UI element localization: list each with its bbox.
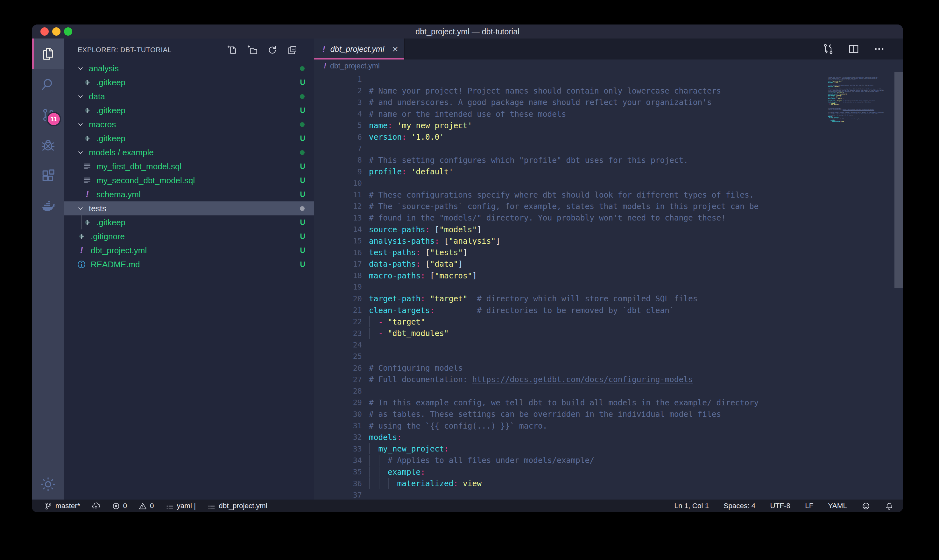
- status-item-ln-1-col-1[interactable]: Ln 1, Col 1: [674, 502, 709, 510]
- activity-docker[interactable]: [32, 191, 64, 222]
- tree-item-gitkeep[interactable]: .gitkeepU: [64, 131, 314, 145]
- indent-guide: [379, 466, 379, 478]
- traffic-lights: [40, 28, 72, 35]
- line-number: 37: [314, 491, 362, 500]
- breadcrumb[interactable]: ! dbt_project.yml: [314, 60, 903, 72]
- line-content: # Name your project! Project names shoul…: [369, 86, 721, 95]
- activity-settings-gear[interactable]: [32, 469, 64, 500]
- line-number: 30: [314, 410, 362, 419]
- split-editor-icon[interactable]: [848, 43, 860, 55]
- activity-files[interactable]: [32, 38, 64, 69]
- code-line-34: 34 # Applies to all files under models/e…: [314, 455, 824, 466]
- code-line-24: 24: [314, 339, 824, 351]
- line-number: 1: [314, 75, 362, 84]
- status-item-label: 0: [150, 502, 154, 510]
- scrollbar-thumb[interactable]: [894, 72, 903, 288]
- status-item-lf[interactable]: LF: [805, 502, 813, 510]
- indent-guide: [369, 328, 370, 339]
- tree-item-readme-md[interactable]: README.mdU: [64, 257, 314, 271]
- title-bar[interactable]: dbt_project.yml — dbt-tutorial: [32, 25, 903, 38]
- new-folder-icon[interactable]: [247, 45, 257, 55]
- tree-item-my-first-dbt-model-sql[interactable]: my_first_dbt_model.sqlU: [64, 159, 314, 174]
- indent-guide: [369, 316, 370, 328]
- status-item-label: master*: [55, 502, 80, 510]
- line-content: # name or the intended use of these mode…: [369, 109, 566, 119]
- line-content: clean-targets: # directories to be remov…: [369, 306, 674, 315]
- activity-debug[interactable]: [32, 130, 64, 161]
- line-number: 14: [314, 225, 362, 234]
- tree-item-gitkeep[interactable]: .gitkeepU: [64, 215, 314, 229]
- status-item-spaces-4[interactable]: Spaces: 4: [723, 502, 755, 510]
- tree-item-dbt-project-yml[interactable]: !dbt_project.ymlU: [64, 243, 314, 257]
- line-content: # In this example config, we tell dbt to…: [369, 398, 759, 407]
- minimize-window-button[interactable]: [52, 28, 60, 35]
- status-item-errors[interactable]: 0: [112, 502, 127, 510]
- tree-item-gitkeep[interactable]: .gitkeepU: [64, 75, 314, 89]
- git-status-dot: [300, 94, 305, 99]
- line-content: data-paths: ["data"]: [369, 259, 463, 269]
- status-item-sync[interactable]: [92, 502, 100, 510]
- line-content: # using the `{{ config(...) }}` macro.: [369, 421, 548, 431]
- status-item-label: LF: [805, 502, 813, 510]
- line-number: 15: [314, 236, 362, 245]
- refresh-icon[interactable]: [267, 45, 277, 55]
- status-item-notifications-bell[interactable]: [885, 502, 893, 510]
- code-line-21: 21clean-targets: # directories to be rem…: [314, 305, 824, 316]
- minimap-line: [828, 122, 892, 123]
- status-item-yaml[interactable]: YAML: [828, 502, 847, 510]
- code-line-17: 17data-paths: ["data"]: [314, 258, 824, 270]
- chevron-down-icon: [76, 120, 85, 129]
- editor-group: ! dbt_project.yml × ! dbt_project.yml 12…: [314, 38, 903, 500]
- tree-item-label: analysis: [89, 64, 119, 74]
- tree-item-tests[interactable]: tests: [64, 202, 314, 215]
- code-editor[interactable]: 12# Name your project! Project names sho…: [314, 72, 903, 500]
- status-item-tasks[interactable]: dbt_project.yml: [207, 502, 267, 510]
- tree-item-schema-yml[interactable]: !schema.ymlU: [64, 188, 314, 202]
- line-number: 21: [314, 306, 362, 315]
- tree-item-analysis[interactable]: analysis: [64, 62, 314, 75]
- feedback-smiley-icon: [862, 502, 870, 510]
- close-window-button[interactable]: [40, 28, 49, 35]
- zoom-window-button[interactable]: [64, 28, 72, 35]
- line-content: materialized: view: [369, 479, 482, 488]
- status-item-warnings[interactable]: 0: [139, 502, 154, 510]
- code-line-6: 6version: '1.0.0': [314, 131, 824, 143]
- git-branch-icon: [44, 502, 52, 510]
- activity-source-control[interactable]: 11: [32, 100, 64, 130]
- file-tree: analysis.gitkeepUdata.gitkeepUmacros.git…: [64, 62, 314, 271]
- code-line-33: 33 my_new_project:: [314, 443, 824, 455]
- chevron-down-icon: [76, 148, 85, 157]
- status-item-utf-8[interactable]: UTF-8: [770, 502, 790, 510]
- tree-item-label: .gitkeep: [97, 78, 125, 88]
- git-status-badge: U: [300, 246, 305, 255]
- close-tab-icon[interactable]: ×: [392, 44, 398, 54]
- tree-item-my-second-dbt-model-sql[interactable]: my_second_dbt_model.sqlU: [64, 174, 314, 188]
- activity-bar: 11: [32, 38, 64, 500]
- new-file-icon[interactable]: [227, 45, 237, 55]
- tree-item-gitkeep[interactable]: .gitkeepU: [64, 103, 314, 117]
- status-item-git-branch[interactable]: master*: [44, 502, 80, 510]
- tree-item-models-example[interactable]: models / example: [64, 145, 314, 159]
- tree-item-data[interactable]: data: [64, 89, 314, 103]
- collapse-all-icon[interactable]: [287, 45, 298, 55]
- tab-dbt-project-yml[interactable]: ! dbt_project.yml ×: [314, 38, 405, 60]
- tree-item-label: .gitkeep: [97, 106, 125, 115]
- code-lines[interactable]: 12# Name your project! Project names sho…: [314, 74, 824, 500]
- status-right: Ln 1, Col 1Spaces: 4UTF-8LFYAML: [674, 502, 893, 510]
- activity-search[interactable]: [32, 69, 64, 100]
- line-content: - "dbt_modules": [369, 329, 449, 338]
- activity-extensions[interactable]: [32, 161, 64, 191]
- more-actions-icon[interactable]: [873, 43, 885, 55]
- code-line-37: 37: [314, 489, 824, 500]
- info-icon: [76, 259, 86, 269]
- tree-item-gitignore[interactable]: .gitignoreU: [64, 229, 314, 243]
- line-number: 31: [314, 421, 362, 430]
- compare-icon[interactable]: [822, 43, 834, 55]
- status-item-feedback-smiley[interactable]: [862, 502, 870, 510]
- code-line-5: 5name: 'my_new_project': [314, 120, 824, 131]
- git-status-dot: [300, 150, 305, 155]
- line-number: 17: [314, 260, 362, 269]
- minimap[interactable]: # Name your project! Project names shoul…: [828, 75, 892, 123]
- tree-item-macros[interactable]: macros: [64, 117, 314, 131]
- status-item-tasks[interactable]: yaml |: [166, 502, 196, 510]
